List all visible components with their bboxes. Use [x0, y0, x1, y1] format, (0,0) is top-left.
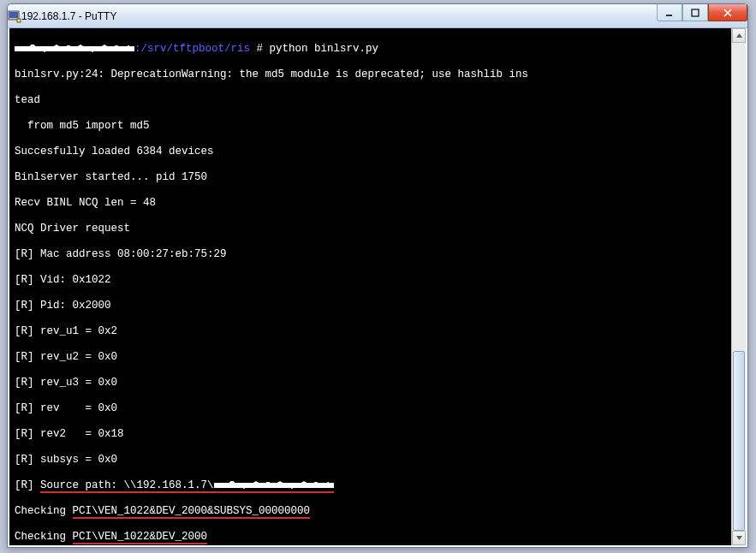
- titlebar[interactable]: 192.168.1.7 - PuTTY: [8, 4, 747, 28]
- svg-rect-1: [9, 12, 18, 18]
- prompt-path: :/srv/tftpboot/ris: [134, 43, 250, 55]
- output-line: NCQ Driver request: [15, 223, 728, 235]
- terminal-area: :/srv/tftpboot/ris # python binlsrv.py b…: [9, 28, 746, 545]
- putty-window: 192.168.1.7 - PuTTY :/srv/tftpboot/ris #…: [7, 3, 748, 548]
- scroll-up-button[interactable]: [732, 28, 746, 43]
- window-title: 192.168.1.7 - PuTTY: [21, 10, 116, 22]
- svg-rect-4: [692, 9, 699, 16]
- output-line: from md5 import md5: [15, 120, 728, 133]
- scroll-track[interactable]: [732, 43, 746, 531]
- output-line: Succesfully loaded 6384 devices: [15, 146, 728, 158]
- output-line: [R] Mac address 08:00:27:eb:75:29: [15, 248, 728, 261]
- scrollbar[interactable]: [731, 28, 746, 545]
- prompt-sep: #: [250, 43, 270, 55]
- output-line: Binlserver started... pid 1750: [15, 171, 728, 184]
- prompt-host: [15, 43, 134, 55]
- minimize-button[interactable]: [657, 4, 682, 21]
- output-line: [R] Pid: 0x2000: [15, 300, 728, 312]
- window-buttons: [657, 4, 747, 21]
- output-line: Checking PCI\VEN_1022&DEV_2000: [15, 531, 728, 544]
- output-line: [R] rev2 = 0x18: [15, 428, 728, 441]
- svg-rect-2: [17, 19, 21, 22]
- output-line: Checking PCI\VEN_1022&DEV_2000&SUBSYS_00…: [15, 505, 728, 518]
- output-line: [R] rev = 0x0: [15, 402, 728, 415]
- output-line: binlsrv.py:24: DeprecationWarning: the m…: [15, 68, 728, 81]
- terminal[interactable]: :/srv/tftpboot/ris # python binlsrv.py b…: [9, 28, 731, 545]
- output-line: [R] rev_u3 = 0x0: [15, 377, 728, 389]
- output-line: Recv BINL NCQ len = 48: [15, 197, 728, 210]
- redacted-hostname: [15, 43, 134, 54]
- scroll-down-button[interactable]: [732, 531, 746, 545]
- output-line: [R] subsys = 0x0: [15, 454, 728, 467]
- redacted-path: [214, 479, 334, 491]
- output-line: [R] rev_u2 = 0x0: [15, 351, 728, 364]
- command: python binlsrv.py: [270, 43, 379, 55]
- maximize-button[interactable]: [682, 4, 708, 21]
- scroll-thumb[interactable]: [733, 351, 745, 531]
- output-line: [R] Vid: 0x1022: [15, 274, 728, 287]
- output-line: tead: [15, 94, 728, 107]
- output-line: [R] Source path: \\192.168.1.7\: [15, 479, 728, 492]
- output-line: [R] rev_u1 = 0x2: [15, 325, 728, 338]
- putty-icon: [8, 9, 21, 23]
- close-button[interactable]: [708, 4, 747, 21]
- svg-rect-3: [666, 15, 672, 16]
